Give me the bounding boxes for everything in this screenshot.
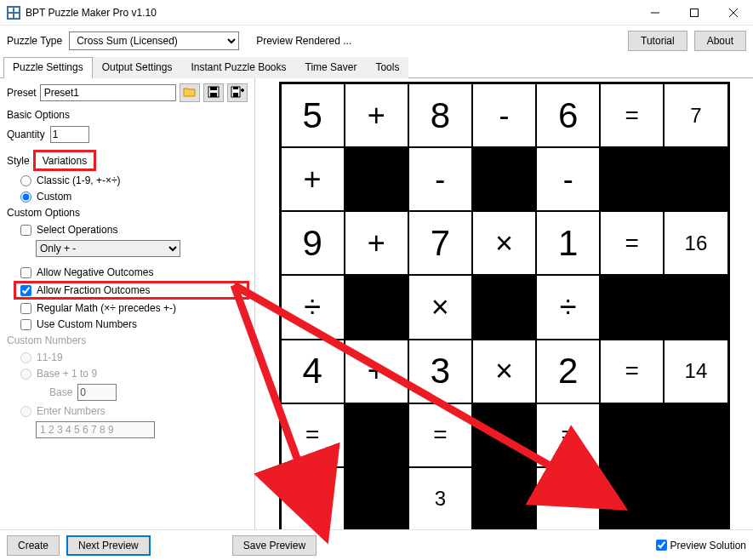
enter-numbers-input	[36, 421, 155, 438]
window-title: BPT Puzzle Maker Pro v1.10	[26, 7, 636, 19]
cell-op: -	[409, 148, 471, 210]
svg-rect-13	[233, 87, 238, 89]
create-button[interactable]: Create	[7, 535, 60, 556]
operations-select[interactable]: Only + -	[36, 240, 180, 257]
base-label: Base	[49, 386, 72, 398]
quantity-label: Quantity	[7, 129, 45, 140]
cell-op: +	[345, 212, 408, 274]
svg-rect-2	[14, 8, 19, 12]
radio-classic-label: Classic (1-9, +-×÷)	[37, 174, 121, 186]
cell-black	[345, 404, 408, 466]
cell-black	[345, 148, 408, 210]
cell-eq: =	[537, 404, 599, 466]
preset-label: Preset	[7, 87, 37, 99]
tab-puzzle-settings[interactable]: Puzzle Settings	[3, 57, 93, 78]
preset-save-button[interactable]	[203, 83, 224, 102]
cell-num: 9	[282, 212, 344, 274]
bottom-bar: Create Next Preview Save Preview Preview…	[0, 529, 753, 560]
status-text: Preview Rendered ...	[246, 35, 621, 47]
check-allow-negative-label: Allow Negative Outcomes	[37, 266, 153, 278]
cell-eq: =	[409, 404, 471, 466]
puzzle-type-label: Puzzle Type	[7, 35, 62, 47]
check-use-custom-numbers[interactable]	[20, 319, 31, 330]
svg-rect-3	[9, 14, 13, 18]
cell-op: -	[537, 148, 599, 210]
style-label: Style	[7, 155, 30, 167]
content-area: Preset Basic Options Quantity Style Vari…	[0, 78, 753, 550]
radio-custom-label: Custom	[37, 191, 71, 203]
cell-answer: 7	[665, 84, 727, 146]
check-preview-solution-label: Preview Solution	[670, 540, 746, 551]
puzzle-type-select[interactable]: Cross Sum (Licensed)	[69, 31, 239, 50]
next-preview-button[interactable]: Next Preview	[66, 535, 151, 556]
cell-op: ×	[473, 212, 535, 274]
cell-num: 1	[537, 212, 599, 274]
tutorial-button[interactable]: Tutorial	[628, 31, 687, 51]
maximize-button[interactable]	[675, 0, 714, 26]
check-allow-negative[interactable]	[20, 267, 31, 278]
radio-enter-numbers-label: Enter Numbers	[37, 405, 106, 417]
cell-answer: 14	[665, 340, 727, 403]
cell-answer: 3 1/2	[282, 468, 344, 530]
cell-num: 8	[409, 84, 471, 146]
preview-pane: 5 + 8 - 6 = 7 + - - 9 + 7 × 1 = 16 ÷	[255, 78, 753, 550]
svg-rect-6	[691, 9, 699, 16]
custom-numbers-title: Custom Numbers	[7, 334, 248, 346]
cell-answer: 16	[665, 212, 727, 274]
cell-eq: =	[282, 404, 344, 466]
cell-num: 6	[537, 84, 599, 146]
main-tabs: Puzzle Settings Output Settings Instant …	[0, 56, 753, 78]
cell-op: ÷	[282, 276, 344, 338]
quantity-stepper[interactable]	[50, 126, 89, 143]
cell-black	[473, 468, 535, 530]
check-regular-math[interactable]	[20, 303, 31, 314]
about-button[interactable]: About	[694, 31, 746, 51]
cell-op: -	[473, 84, 535, 146]
cell-eq: =	[601, 212, 663, 274]
save-icon	[208, 86, 220, 100]
svg-rect-14	[233, 93, 238, 97]
basic-options-title: Basic Options	[7, 109, 248, 121]
preset-open-button[interactable]	[180, 83, 200, 102]
cell-black	[665, 404, 727, 466]
cell-op: ×	[473, 340, 535, 403]
cell-num: 3	[409, 340, 471, 403]
check-allow-fraction[interactable]	[20, 285, 31, 296]
svg-rect-1	[9, 8, 13, 12]
cell-black	[665, 468, 727, 530]
cell-num: 5	[282, 84, 344, 146]
radio-custom[interactable]	[20, 191, 31, 203]
cell-op: +	[282, 148, 344, 210]
app-icon	[7, 6, 20, 20]
check-select-operations[interactable]	[20, 225, 31, 236]
radio-base-plus	[20, 369, 31, 380]
cell-answer: 2 1/2	[537, 468, 599, 530]
preset-input[interactable]	[40, 84, 176, 101]
cell-black	[601, 148, 663, 210]
cell-num: 4	[282, 340, 344, 403]
custom-options-title: Custom Options	[7, 207, 248, 219]
cell-eq: =	[601, 84, 663, 146]
svg-rect-10	[210, 87, 217, 90]
cell-op: ×	[409, 276, 471, 338]
subtab-variations[interactable]: Variations	[35, 151, 94, 169]
cell-op: ÷	[537, 276, 599, 338]
cell-num: 7	[409, 212, 471, 274]
save-preview-button[interactable]: Save Preview	[232, 535, 317, 556]
cell-black	[345, 276, 408, 338]
radio-classic[interactable]	[20, 175, 31, 186]
minimize-button[interactable]	[636, 0, 675, 26]
cell-op: +	[345, 340, 408, 403]
cell-black	[473, 404, 535, 466]
close-button[interactable]	[714, 0, 753, 26]
tab-output-settings[interactable]: Output Settings	[93, 57, 182, 78]
tab-instant-puzzle-books[interactable]: Instant Puzzle Books	[181, 57, 295, 78]
tab-tools[interactable]: Tools	[366, 57, 408, 78]
cell-black	[345, 468, 408, 530]
preset-save-as-button[interactable]	[227, 83, 248, 102]
puzzle-grid: 5 + 8 - 6 = 7 + - - 9 + 7 × 1 = 16 ÷	[279, 82, 730, 533]
check-preview-solution[interactable]	[656, 540, 667, 551]
tab-time-saver[interactable]: Time Saver	[296, 57, 367, 78]
svg-rect-4	[14, 14, 19, 18]
cell-eq: =	[601, 340, 663, 403]
